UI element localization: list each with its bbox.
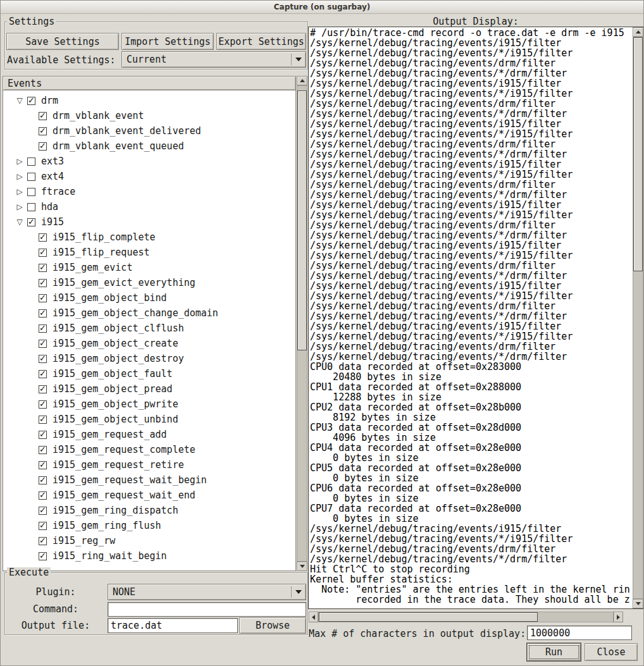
event-checkbox[interactable]: ✓ xyxy=(39,385,47,393)
tree-row[interactable]: ✓i915_gem_object_create xyxy=(3,336,295,351)
tree-row[interactable]: ✓i915_gem_request_add xyxy=(3,427,295,442)
tree-row[interactable]: ✓i915_gem_object_fault xyxy=(3,366,295,381)
tree-row[interactable]: ✓i915_gem_request_complete xyxy=(3,442,295,457)
scroll-track[interactable] xyxy=(297,85,307,562)
event-checkbox[interactable]: ✓ xyxy=(39,461,47,469)
tree-row[interactable]: ✓i915_gem_request_wait_end xyxy=(3,488,295,503)
event-checkbox[interactable]: ✓ xyxy=(39,294,47,302)
export-settings-button[interactable]: Export Settings xyxy=(216,33,306,50)
close-button[interactable]: Close xyxy=(585,643,638,661)
scroll-thumb[interactable] xyxy=(319,612,538,622)
event-checkbox[interactable]: ✓ xyxy=(27,218,35,226)
event-checkbox[interactable] xyxy=(27,203,35,211)
tree-row[interactable]: ▷ftrace xyxy=(3,184,295,199)
scroll-right-button[interactable] xyxy=(614,612,623,622)
titlebar[interactable]: Capture (on sugarbay) xyxy=(1,1,643,14)
available-settings-label: Available Settings: xyxy=(7,54,116,66)
tree-row[interactable]: ✓i915_gem_object_pread xyxy=(3,381,295,397)
event-checkbox[interactable]: ✓ xyxy=(39,446,47,454)
scroll-thumb[interactable] xyxy=(297,90,307,350)
event-checkbox[interactable]: ✓ xyxy=(39,552,47,560)
expander-open-icon[interactable]: ▽ xyxy=(15,218,24,226)
output-file-input[interactable]: trace.dat xyxy=(108,618,238,633)
tree-row[interactable]: ✓i915_gem_object_change_domain xyxy=(3,305,295,321)
tree-row[interactable]: ✓i915_gem_evict xyxy=(3,260,295,275)
expander-open-icon[interactable]: ▽ xyxy=(15,96,24,105)
tree-row[interactable]: ✓i915_gem_object_bind xyxy=(3,290,295,305)
event-checkbox[interactable]: ✓ xyxy=(39,142,47,151)
tree-row[interactable]: ✓i915_gem_request_retire xyxy=(3,457,295,472)
tree-row[interactable]: ✓drm_vblank_event_delivered xyxy=(3,123,295,139)
event-checkbox[interactable]: ✓ xyxy=(39,400,47,409)
event-checkbox[interactable]: ✓ xyxy=(39,507,47,515)
browse-button[interactable]: Browse xyxy=(239,617,306,634)
scroll-track[interactable] xyxy=(633,37,643,599)
event-checkbox[interactable]: ✓ xyxy=(39,431,47,439)
event-checkbox[interactable]: ✓ xyxy=(39,127,47,135)
expander-closed-icon[interactable]: ▷ xyxy=(15,157,24,166)
tree-row[interactable]: ✓i915_gem_object_pwrite xyxy=(3,397,295,412)
event-checkbox[interactable]: ✓ xyxy=(39,324,47,333)
tree-row[interactable]: ✓i915_gem_ring_dispatch xyxy=(3,503,295,518)
tree-row[interactable]: ✓i915_gem_request_wait_begin xyxy=(3,472,295,488)
tree-row[interactable]: ✓i915_gem_object_unbind xyxy=(3,412,295,427)
tree-row[interactable]: ✓i915_reg_rw xyxy=(3,533,295,548)
command-input[interactable] xyxy=(108,602,306,617)
import-settings-button[interactable]: Import Settings xyxy=(121,33,214,50)
run-button[interactable]: Run xyxy=(527,643,581,661)
tree-row[interactable]: ▷hda xyxy=(3,199,295,214)
event-checkbox[interactable]: ✓ xyxy=(39,279,47,287)
event-checkbox[interactable]: ✓ xyxy=(39,370,47,378)
scroll-down-button[interactable] xyxy=(297,562,307,571)
scroll-left-button[interactable] xyxy=(309,612,318,622)
event-checkbox[interactable] xyxy=(27,173,35,181)
expander-closed-icon[interactable]: ▷ xyxy=(15,202,24,211)
event-checkbox[interactable]: ✓ xyxy=(39,355,47,363)
tree-row[interactable]: ✓i915_flip_complete xyxy=(3,230,295,245)
tree-row[interactable]: ✓i915_gem_evict_everything xyxy=(3,275,295,290)
event-checkbox[interactable]: ✓ xyxy=(39,264,47,272)
event-checkbox[interactable] xyxy=(27,188,35,196)
scroll-down-button[interactable] xyxy=(633,599,643,608)
tree-row[interactable]: ✓i915_gem_ring_flush xyxy=(3,518,295,533)
scroll-up-button[interactable] xyxy=(297,76,307,85)
event-checkbox[interactable]: ✓ xyxy=(27,97,35,105)
event-checkbox[interactable]: ✓ xyxy=(39,340,47,348)
plugin-combo[interactable]: NONE xyxy=(108,584,306,600)
event-checkbox[interactable]: ✓ xyxy=(39,491,47,500)
event-checkbox[interactable]: ✓ xyxy=(39,522,47,530)
available-settings-combo[interactable]: Current xyxy=(121,51,306,68)
save-settings-button[interactable]: Save Settings xyxy=(6,33,119,50)
event-label: i915_gem_object_pwrite xyxy=(53,398,178,410)
event-checkbox[interactable]: ✓ xyxy=(39,249,47,257)
event-checkbox[interactable]: ✓ xyxy=(39,233,47,242)
event-checkbox[interactable]: ✓ xyxy=(39,309,47,318)
scroll-up-button[interactable] xyxy=(633,27,643,37)
tree-row[interactable]: ✓drm_vblank_event_queued xyxy=(3,139,295,154)
tree-row[interactable]: ✓i915_gem_object_destroy xyxy=(3,351,295,366)
tree-row[interactable]: ▷ext4 xyxy=(3,169,295,184)
tree-row[interactable]: ▽✓i915 xyxy=(3,214,295,230)
events-column-header[interactable]: Events xyxy=(3,77,295,90)
settings-legend: Settings xyxy=(7,16,56,27)
tree-row[interactable]: ▷ext3 xyxy=(3,154,295,169)
expander-closed-icon[interactable]: ▷ xyxy=(15,187,24,196)
output-text[interactable]: # /usr/bin/trace-cmd record -o trace.dat… xyxy=(309,27,633,608)
scroll-thumb[interactable] xyxy=(633,37,643,271)
event-checkbox[interactable]: ✓ xyxy=(39,476,47,484)
expander-closed-icon[interactable]: ▷ xyxy=(15,172,24,181)
output-vscrollbar[interactable] xyxy=(633,27,643,608)
max-chars-input[interactable]: 1000000 xyxy=(527,626,632,640)
output-hscrollbar[interactable] xyxy=(309,612,623,622)
scroll-track[interactable] xyxy=(318,612,614,622)
events-scrollbar[interactable] xyxy=(297,76,307,571)
event-checkbox[interactable]: ✓ xyxy=(39,416,47,424)
tree-row[interactable]: ✓i915_gem_object_clflush xyxy=(3,321,295,336)
event-checkbox[interactable] xyxy=(27,157,35,166)
event-checkbox[interactable]: ✓ xyxy=(39,537,47,545)
tree-row[interactable]: ✓drm_vblank_event xyxy=(3,108,295,123)
tree-row[interactable]: ✓i915_ring_wait_begin xyxy=(3,548,295,564)
tree-row[interactable]: ✓i915_flip_request xyxy=(3,245,295,260)
event-checkbox[interactable]: ✓ xyxy=(39,112,47,120)
tree-row[interactable]: ▽✓drm xyxy=(3,93,295,108)
